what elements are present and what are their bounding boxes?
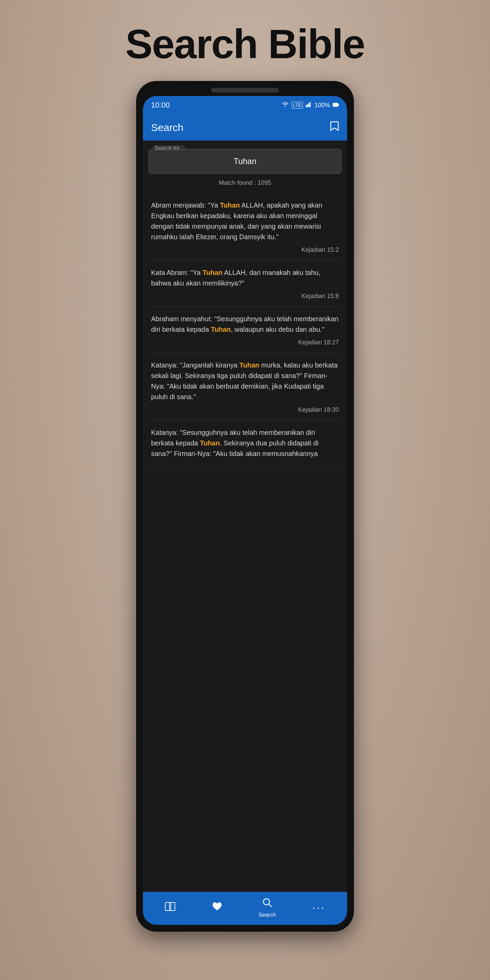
- signal-icon: [305, 102, 312, 109]
- text-before: Katanya: "Janganlah kiranya: [151, 361, 240, 369]
- result-item[interactable]: Abram menjawab: "Ya Tuhan ALLAH, apakah …: [148, 193, 342, 261]
- svg-rect-4: [333, 103, 338, 107]
- page-title: Search Bible: [126, 21, 365, 67]
- app-bar-title: Search: [151, 122, 183, 134]
- match-count: Match found : 1095: [148, 179, 342, 186]
- lte-badge: LTE: [292, 102, 303, 108]
- heart-icon: [212, 902, 222, 914]
- app-bar: Search: [143, 115, 347, 140]
- result-text: Abram menjawab: "Ya Tuhan ALLAH, apakah …: [151, 200, 339, 242]
- highlight-word: Tuhan: [200, 439, 220, 447]
- result-item[interactable]: Katanya: "Janganlah kiranya Tuhan murka,…: [148, 353, 342, 421]
- nav-search-label: Search: [259, 912, 276, 918]
- svg-rect-1: [307, 104, 308, 107]
- result-text: Abraham menyahut: "Sesungguhnya aku tela…: [151, 314, 339, 335]
- result-reference: Kejadian 15:8: [151, 293, 339, 300]
- bottom-nav: Search ···: [143, 892, 347, 925]
- svg-rect-6: [165, 902, 169, 911]
- search-input[interactable]: Tuhan: [148, 149, 342, 174]
- status-time: 10:00: [151, 101, 170, 110]
- phone-screen: 10:00 LTE: [143, 96, 347, 925]
- highlight-word: Tuhan: [240, 361, 259, 369]
- text-before: Abram menjawab: "Ya: [151, 202, 220, 209]
- more-icon: ···: [312, 901, 326, 914]
- result-reference: Kejadian 15:2: [151, 247, 339, 253]
- nav-item-favorites[interactable]: [212, 902, 222, 914]
- svg-line-11: [269, 904, 272, 907]
- result-reference: Kejadian 18:27: [151, 339, 339, 346]
- bookmark-icon[interactable]: [330, 121, 339, 134]
- search-icon: [262, 897, 272, 910]
- svg-rect-7: [171, 902, 175, 911]
- svg-rect-5: [338, 104, 339, 105]
- battery-text: 100%: [314, 102, 330, 109]
- svg-point-10: [263, 899, 269, 905]
- svg-rect-0: [305, 105, 307, 107]
- status-icons: LTE 100%: [282, 102, 339, 109]
- phone-notch: [211, 88, 279, 92]
- highlight-word: Tuhan: [220, 202, 240, 209]
- result-text: Katanya: "Sesungguhnya aku telah membera…: [151, 427, 339, 459]
- result-text: Katanya: "Janganlah kiranya Tuhan murka,…: [151, 360, 339, 402]
- phone-frame: 10:00 LTE: [136, 81, 354, 932]
- results-list: Abram menjawab: "Ya Tuhan ALLAH, apakah …: [148, 193, 342, 892]
- svg-rect-2: [308, 103, 309, 107]
- result-item[interactable]: Kata Abram: "Ya Tuhan ALLAH, dari manaka…: [148, 261, 342, 307]
- result-reference: Kejadian 18:30: [151, 406, 339, 414]
- text-after: , walaupun aku debu dan abu.": [231, 326, 324, 333]
- nav-item-more[interactable]: ···: [312, 901, 326, 914]
- result-item[interactable]: Katanya: "Sesungguhnya aku telah membera…: [148, 421, 342, 470]
- status-bar: 10:00 LTE: [143, 96, 347, 115]
- highlight-word: Tuhan: [211, 326, 231, 333]
- search-placeholder-label: Search for...: [153, 145, 185, 151]
- highlight-word: Tuhan: [202, 269, 223, 276]
- nav-item-book[interactable]: [165, 902, 176, 914]
- text-before: Kata Abram: "Ya: [151, 269, 202, 276]
- result-text: Kata Abram: "Ya Tuhan ALLAH, dari manaka…: [151, 267, 339, 288]
- result-item[interactable]: Abraham menyahut: "Sesungguhnya aku tela…: [148, 307, 342, 353]
- nav-item-search[interactable]: Search: [259, 897, 276, 918]
- search-container: Search for... Tuhan: [148, 149, 342, 174]
- battery-icon: [333, 102, 339, 109]
- content: Search for... Tuhan Match found : 1095 A…: [143, 140, 347, 892]
- svg-rect-3: [310, 102, 311, 107]
- wifi-icon: [282, 102, 289, 109]
- book-icon: [165, 902, 176, 914]
